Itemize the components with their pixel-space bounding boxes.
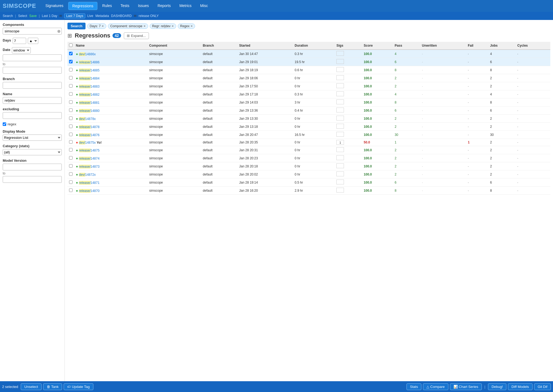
nav-rules[interactable]: Rules (98, 2, 116, 10)
row-started: Jan 28 20:31 (238, 146, 293, 154)
row-name-link[interactable]: release/14880 (79, 109, 100, 113)
row-checkbox[interactable] (69, 148, 73, 152)
row-name-link[interactable]: dev/14875x (79, 141, 96, 145)
days-stepper[interactable]: ▲▼ (28, 38, 38, 44)
row-checkbox[interactable] (69, 125, 73, 128)
row-name-link[interactable]: release/14885 (79, 68, 100, 72)
row-name-link[interactable]: dev/14878x (79, 117, 96, 121)
nav-signatures[interactable]: Signatures (42, 2, 67, 10)
row-checkbox[interactable] (69, 116, 73, 120)
filter-tag-regex-remove[interactable]: × (190, 24, 193, 28)
row-component: simscope (148, 66, 201, 74)
nav-regressions[interactable]: Regressions (68, 2, 97, 10)
category-select[interactable]: (all) (3, 149, 62, 155)
row-cycles: · (516, 139, 550, 146)
row-checkbox[interactable] (69, 156, 73, 160)
regex-checkbox[interactable] (3, 122, 6, 126)
row-checkbox[interactable] (69, 100, 73, 104)
components-clear-btn[interactable]: ⊗ (57, 29, 61, 34)
row-pass: 6 (393, 58, 420, 66)
row-unwritten: · (420, 74, 466, 82)
model-version-from-input[interactable] (3, 164, 62, 170)
days-input[interactable] (13, 38, 26, 44)
nav-misc[interactable]: Misc (196, 2, 212, 10)
row-name-link[interactable]: release/14884 (79, 77, 100, 80)
row-checkbox[interactable] (69, 92, 73, 96)
date-from-input[interactable] (3, 54, 62, 61)
row-name-link[interactable]: release/14871 (79, 181, 100, 185)
subnav-release-only[interactable]: release ONLY (139, 14, 159, 18)
select-all-checkbox[interactable] (69, 43, 73, 47)
row-checkbox[interactable] (69, 180, 73, 184)
nav-tests[interactable]: Tests (117, 2, 133, 10)
row-name-link[interactable]: release/14883 (79, 85, 100, 88)
row-name-link[interactable]: release/14876 (79, 133, 100, 137)
components-input[interactable] (3, 28, 62, 35)
row-name-link[interactable]: dev/14886x (79, 52, 96, 56)
filter-tag-component-remove[interactable]: × (144, 24, 146, 28)
subnav-search[interactable]: Search (3, 14, 13, 18)
filter-tag-regr-remove[interactable]: × (172, 24, 174, 28)
subnav-last1day[interactable]: Last 1 Day (42, 14, 57, 18)
row-name-link[interactable]: release/14878 (79, 125, 100, 129)
row-jobs: 8 (489, 187, 516, 195)
search-button[interactable]: Search (67, 23, 86, 29)
row-checkbox[interactable] (69, 76, 73, 80)
subnav-select[interactable]: Select (18, 14, 27, 18)
row-name-link[interactable]: release/14882 (79, 93, 100, 97)
row-pass: 2 (393, 146, 420, 154)
row-name-link[interactable]: release/14886 (79, 60, 100, 64)
fail-dot: · (468, 156, 469, 160)
row-checkbox[interactable] (69, 52, 73, 55)
row-name-link[interactable]: release/14881 (79, 101, 100, 105)
row-duration: 0 hr (293, 170, 335, 178)
row-checkbox[interactable] (69, 164, 73, 168)
expand-button[interactable]: ⊞ Expand... (124, 32, 149, 39)
th-fail: Fail (466, 42, 489, 50)
row-name-link[interactable]: release/14873 (79, 165, 100, 169)
name-input[interactable] (3, 97, 62, 104)
row-checkbox[interactable] (69, 68, 73, 71)
row-fail: · (466, 123, 489, 131)
subnav-save[interactable]: Save (29, 14, 37, 18)
nav-reports[interactable]: Reports (154, 2, 175, 10)
nav-metrics[interactable]: Metrics (176, 2, 195, 10)
row-name-link[interactable]: release/14875 (79, 149, 100, 152)
date-select[interactable]: window (12, 47, 31, 53)
row-checkbox[interactable] (69, 60, 73, 63)
row-checkbox[interactable] (69, 140, 73, 144)
subnav-mail2-icon: ✉ (134, 14, 136, 18)
excluding-input[interactable] (3, 112, 62, 119)
row-name-link[interactable]: dev/14872x (79, 173, 96, 177)
fail-dot: · (468, 189, 469, 192)
row-checkbox[interactable] (69, 188, 73, 192)
row-checkbox-cell (67, 139, 74, 146)
row-checkbox[interactable] (69, 133, 73, 136)
row-name-link[interactable]: release/14870 (79, 189, 100, 193)
row-checkbox[interactable] (69, 108, 73, 112)
row-duration: 0 hr (293, 74, 335, 82)
sidebar: Components ⊗ Days ▲▼ Date window (0, 20, 65, 381)
model-version-to-input[interactable] (3, 176, 62, 183)
nav-issues[interactable]: Issues (134, 2, 152, 10)
expand-label: Expand... (131, 34, 146, 38)
subnav-metadata[interactable]: Metadata (95, 14, 109, 18)
row-status-name: ● release/14881 (74, 98, 148, 106)
row-name-link[interactable]: release/14874 (79, 157, 100, 160)
row-cycles: · (516, 131, 550, 139)
row-checkbox[interactable] (69, 84, 73, 88)
date-to-input[interactable] (3, 67, 62, 74)
filter-tag-days-remove[interactable]: × (102, 24, 104, 28)
display-mode-select[interactable]: Regression List (3, 135, 62, 141)
subnav-live[interactable]: Live (87, 14, 93, 18)
table-row: ● release/14870 simscope default Jan 28 … (67, 187, 550, 195)
row-fail: · (466, 98, 489, 106)
branch-input[interactable] (3, 82, 62, 89)
subnav-last7days[interactable]: Last 7 Days (64, 13, 85, 18)
sidebar-excluding-section: excluding (3, 107, 62, 119)
subnav-dashboard[interactable]: DASHBOARD (111, 14, 132, 18)
row-status-name: ● release/14876 (74, 131, 148, 139)
regressions-count: 42 (112, 33, 121, 38)
row-fail: · (466, 58, 489, 66)
row-checkbox[interactable] (69, 172, 73, 176)
